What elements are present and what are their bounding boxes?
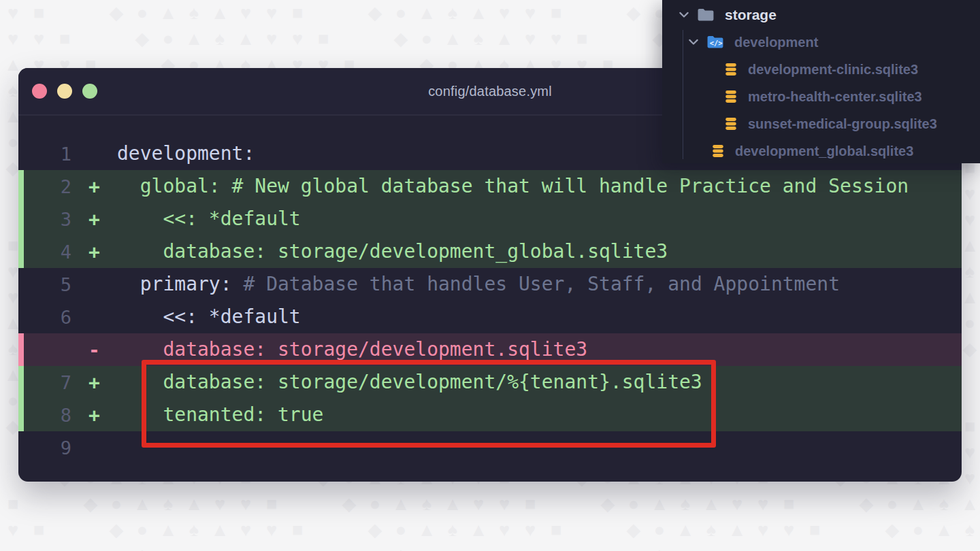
pattern-shape: ■ bbox=[0, 491, 26, 517]
line-number: 8 bbox=[24, 405, 71, 426]
pattern-shape: ● bbox=[103, 491, 129, 517]
pattern-shape: ▲ bbox=[129, 491, 155, 517]
tree-item-label: sunset-medical-group.sqlite3 bbox=[748, 116, 937, 132]
chevron-down-icon[interactable] bbox=[687, 35, 700, 49]
svg-text:</>: </> bbox=[710, 39, 723, 47]
pattern-shape: ● bbox=[647, 517, 672, 543]
code-text: <<: *default bbox=[117, 203, 301, 235]
tree-item-development-clinic-sqlite3[interactable]: development-clinic.sqlite3 bbox=[662, 56, 980, 83]
code-text: development: bbox=[117, 137, 255, 170]
code-text: database: storage/development.sqlite3 bbox=[117, 333, 587, 366]
pattern-shape: ♠ bbox=[181, 0, 207, 26]
code-line: - database: storage/development.sqlite3 bbox=[18, 333, 962, 366]
line-number: 9 bbox=[24, 437, 71, 458]
code-text: database: storage/development/%{tenant}.… bbox=[117, 366, 702, 399]
pattern-shape: ♥ bbox=[802, 543, 828, 551]
pattern-shape: ◆ bbox=[647, 543, 672, 551]
pattern-shape: ♠ bbox=[466, 26, 491, 52]
pattern-shape: ♠ bbox=[440, 517, 466, 543]
pattern-shape: ◆ bbox=[336, 491, 362, 517]
pattern-shape: ▲ bbox=[440, 491, 466, 517]
pattern-shape: ◆ bbox=[78, 491, 103, 517]
pattern-shape: ■ bbox=[543, 517, 569, 543]
pattern-shape: ■ bbox=[517, 491, 543, 517]
tree-item-development[interactable]: </>development bbox=[662, 29, 980, 56]
file-tree-panel: storage</>developmentdevelopment-clinic.… bbox=[662, 0, 980, 163]
pattern-shape: ♥ bbox=[233, 491, 259, 517]
pattern-shape: ▲ bbox=[724, 517, 750, 543]
pattern-shape: ♥ bbox=[0, 517, 26, 543]
pattern-shape: ♥ bbox=[233, 517, 259, 543]
pattern-shape: ♥ bbox=[776, 543, 802, 551]
diff-marker: + bbox=[71, 404, 117, 427]
code-editor[interactable]: 1development:2+ global: # New global dat… bbox=[18, 116, 962, 464]
code-text: global: # New global database that will … bbox=[117, 170, 909, 203]
pattern-shape: ▲ bbox=[440, 26, 466, 52]
pattern-shape: ● bbox=[155, 26, 181, 52]
pattern-shape: ♥ bbox=[750, 491, 776, 517]
pattern-shape: ♥ bbox=[284, 543, 310, 551]
pattern-shape: ♠ bbox=[672, 491, 698, 517]
pattern-shape: ▲ bbox=[931, 517, 957, 543]
pattern-shape: ♥ bbox=[259, 26, 284, 52]
pattern-shape: ◆ bbox=[879, 517, 905, 543]
pattern-shape: ♠ bbox=[957, 517, 980, 543]
diff-marker: + bbox=[71, 371, 117, 394]
pattern-shape: ▲ bbox=[905, 491, 931, 517]
pattern-shape: ▲ bbox=[388, 491, 414, 517]
pattern-shape: ▲ bbox=[181, 26, 207, 52]
pattern-shape: ♠ bbox=[155, 491, 181, 517]
pattern-shape: ▲ bbox=[647, 491, 672, 517]
pattern-shape: ◆ bbox=[103, 0, 129, 26]
pattern-shape: ● bbox=[672, 543, 698, 551]
pattern-shape: ◆ bbox=[129, 543, 155, 551]
code-line: 7+ database: storage/development/%{tenan… bbox=[18, 366, 962, 399]
pattern-shape: ■ bbox=[310, 543, 336, 551]
database-icon bbox=[723, 62, 738, 77]
code-line: 9 bbox=[18, 431, 962, 464]
pattern-shape: ■ bbox=[543, 0, 569, 26]
tree-item-storage[interactable]: storage bbox=[662, 1, 980, 29]
pattern-shape: ◆ bbox=[103, 517, 129, 543]
pattern-shape: ♠ bbox=[698, 517, 724, 543]
pattern-shape: ● bbox=[155, 543, 181, 551]
pattern-shape: ■ bbox=[26, 517, 52, 543]
pattern-shape: ▲ bbox=[181, 491, 207, 517]
pattern-shape: ▲ bbox=[155, 517, 181, 543]
tree-item-metro-health-center-sqlite3[interactable]: metro-health-center.sqlite3 bbox=[662, 83, 980, 110]
pattern-shape: ♥ bbox=[491, 517, 517, 543]
pattern-shape: ▲ bbox=[207, 517, 233, 543]
pattern-shape: ♥ bbox=[466, 491, 491, 517]
pattern-shape: ♥ bbox=[750, 517, 776, 543]
pattern-shape: ◆ bbox=[362, 517, 388, 543]
pattern-shape: ♠ bbox=[414, 491, 440, 517]
pattern-shape: ▲ bbox=[957, 491, 980, 517]
tree-item-development-global-sqlite3[interactable]: development_global.sqlite3 bbox=[662, 137, 980, 165]
tree-item-sunset-medical-group-sqlite3[interactable]: sunset-medical-group.sqlite3 bbox=[662, 110, 980, 137]
pattern-shape: ■ bbox=[284, 0, 310, 26]
chevron-down-icon[interactable] bbox=[677, 8, 691, 22]
code-line: 3+ <<: *default bbox=[18, 203, 962, 235]
code-text: <<: *default bbox=[117, 301, 301, 333]
pattern-shape: ■ bbox=[828, 543, 853, 551]
pattern-shape: ▲ bbox=[414, 0, 440, 26]
pattern-shape: ● bbox=[879, 491, 905, 517]
line-number: 6 bbox=[24, 307, 71, 328]
pattern-shape: ◆ bbox=[621, 517, 647, 543]
pattern-shape: ■ bbox=[259, 491, 284, 517]
tree-item-label: development_global.sqlite3 bbox=[735, 144, 913, 159]
tree-item-label: storage bbox=[725, 7, 777, 23]
line-number: 7 bbox=[24, 372, 71, 393]
pattern-shape: ■ bbox=[284, 517, 310, 543]
pattern-shape: ♥ bbox=[0, 0, 26, 26]
pattern-shape: ▲ bbox=[672, 517, 698, 543]
code-line: 6 <<: *default bbox=[18, 301, 962, 333]
pattern-shape: ♥ bbox=[259, 517, 284, 543]
pattern-shape: ● bbox=[414, 543, 440, 551]
tree-item-label: metro-health-center.sqlite3 bbox=[748, 89, 922, 105]
pattern-shape: ▲ bbox=[440, 543, 466, 551]
pattern-shape: ♥ bbox=[517, 0, 543, 26]
pattern-shape: ▲ bbox=[957, 543, 980, 551]
pattern-shape: ● bbox=[388, 0, 414, 26]
pattern-shape: ● bbox=[414, 26, 440, 52]
